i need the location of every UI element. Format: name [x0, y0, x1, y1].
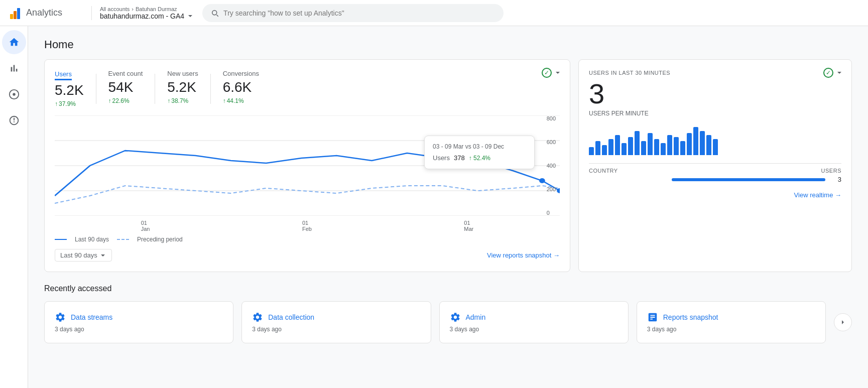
metric-new-users-label: New users [167, 70, 198, 77]
recent-card-time-admin: 3 days ago [450, 326, 618, 333]
x-axis-labels: 01Jan 01Feb 01Mar [55, 220, 560, 232]
metric-new-users-change: ↑ 38.7% [167, 97, 198, 104]
sidebar [0, 26, 28, 388]
metric-conversions-label: Conversions [223, 70, 259, 77]
logo-area: Analytics [8, 6, 83, 20]
rt-minute-bar [706, 135, 711, 155]
sidebar-item-advertising[interactable] [2, 108, 26, 133]
realtime-footer: View realtime → [589, 191, 841, 199]
recent-card-time-collection: 3 days ago [252, 326, 420, 333]
recent-card-time-streams: 3 days ago [55, 326, 223, 333]
realtime-count: 3 [589, 80, 841, 108]
rt-minute-bar [595, 141, 600, 155]
legend-solid-label: Last 90 days [75, 236, 109, 243]
rt-minute-bar [589, 147, 594, 155]
metric-events-change: ↑ 22.6% [108, 97, 143, 104]
chart-area: 8006004002000 [55, 115, 560, 216]
realtime-table-row: 3 [589, 174, 841, 185]
realtime-chevron-icon [835, 69, 843, 77]
rt-minute-bar [608, 139, 613, 155]
chevron-down-icon [554, 69, 562, 77]
recent-card-header-collection: Data collection [252, 312, 420, 323]
svg-rect-1 [14, 11, 17, 19]
rt-minute-bar [648, 133, 653, 155]
cards-row: ✓ Users 5.2K ↑ 37.9% Event count 54K ↑ 2… [44, 59, 852, 272]
realtime-title: USERS IN LAST 30 MINUTES [589, 70, 841, 76]
stats-card: ✓ Users 5.2K ↑ 37.9% Event count 54K ↑ 2… [44, 59, 570, 272]
app-title: Analytics [26, 8, 62, 18]
rt-minute-bar [641, 141, 646, 155]
realtime-card: ✓ USERS IN LAST 30 MINUTES 3 USERS PER M… [578, 59, 852, 272]
sidebar-item-home[interactable] [2, 30, 26, 54]
svg-point-4 [13, 93, 16, 96]
view-reports-link[interactable]: View reports snapshot → [487, 251, 560, 259]
tooltip-change: ↑ 52.4% [469, 155, 490, 162]
chart-legend: Last 90 days Preceding period [55, 236, 560, 243]
breadcrumb: All accounts › Batuhan Durmaz [100, 6, 194, 12]
date-range-selector[interactable]: Last 90 days [55, 249, 112, 262]
page-title: Home [44, 38, 852, 51]
realtime-sub: USERS PER MINUTE [589, 110, 841, 117]
rt-minute-bar [687, 133, 692, 155]
rt-header-users: USERS [821, 168, 841, 174]
gear-icon-streams [55, 312, 66, 323]
realtime-check-circle: ✓ [823, 68, 833, 78]
recent-card-title-collection: Data collection [268, 313, 314, 321]
realtime-bar-chart [589, 125, 841, 155]
rt-bar-container [672, 178, 825, 181]
date-range-label: Last 90 days [60, 251, 97, 259]
view-realtime-link[interactable]: View realtime → [794, 191, 841, 199]
recent-card-header-streams: Data streams [55, 312, 223, 323]
sidebar-item-explore[interactable] [2, 82, 26, 106]
stats-status-icon[interactable]: ✓ [542, 68, 562, 78]
legend-solid-line [55, 239, 67, 240]
recent-card-data-collection[interactable]: Data collection 3 days ago [241, 301, 431, 343]
recent-card-reports-snapshot[interactable]: Reports snapshot 3 days ago [637, 301, 826, 343]
tooltip-metric-row: Users 378 ↑ 52.4% [433, 154, 526, 162]
recent-card-title-snapshot: Reports snapshot [663, 313, 718, 321]
rt-minute-bar [713, 139, 718, 155]
metric-events-value: 54K [108, 79, 143, 95]
recently-accessed-cards: Data streams 3 days ago Data collection … [44, 301, 852, 343]
check-circle-icon: ✓ [542, 68, 552, 78]
tooltip-date: 03 - 09 Mar vs 03 - 09 Dec [433, 143, 526, 150]
metric-events-label: Event count [108, 70, 143, 77]
legend-dashed-line [117, 239, 129, 240]
rt-minute-bar [602, 145, 607, 155]
metric-conversions[interactable]: Conversions 6.6K ↑ 44.1% [223, 70, 271, 107]
rt-user-count: 3 [831, 176, 841, 183]
metric-new-users[interactable]: New users 5.2K ↑ 38.7% [167, 70, 210, 107]
metric-conversions-value: 6.6K [223, 79, 259, 95]
tooltip-value: 378 [454, 154, 465, 162]
chevron-right-icon [839, 318, 847, 326]
property-selector[interactable]: batuhandurmaz.com - GA4 [100, 12, 194, 20]
metric-users-change: ↑ 37.9% [55, 100, 84, 107]
recent-card-data-streams[interactable]: Data streams 3 days ago [44, 301, 233, 343]
realtime-status-icon[interactable]: ✓ [823, 68, 843, 78]
recently-accessed-title: Recently accessed [44, 284, 852, 293]
search-bar[interactable] [202, 4, 504, 22]
metric-events[interactable]: Event count 54K ↑ 22.6% [108, 70, 155, 107]
recent-card-title-streams: Data streams [71, 313, 112, 321]
rt-minute-bar [628, 137, 633, 155]
recent-card-header-snapshot: Reports snapshot [647, 312, 815, 323]
svg-point-10 [539, 178, 545, 183]
rt-minute-bar [635, 131, 640, 155]
rt-bar-fill [672, 178, 825, 181]
metric-new-users-value: 5.2K [167, 79, 198, 95]
search-input[interactable] [223, 9, 495, 17]
recent-card-header-admin: Admin [450, 312, 618, 323]
metrics-row: Users 5.2K ↑ 37.9% Event count 54K ↑ 22.… [55, 70, 560, 107]
metric-users-label: Users [55, 70, 72, 80]
recent-cards-nav-arrow[interactable] [834, 313, 852, 331]
rt-minute-bar [700, 131, 705, 155]
recent-card-time-snapshot: 3 days ago [647, 326, 815, 333]
metric-users[interactable]: Users 5.2K ↑ 37.9% [55, 70, 96, 107]
rt-minute-bar [680, 141, 685, 155]
sidebar-item-reports[interactable] [2, 56, 26, 80]
rt-header-country: COUNTRY [589, 168, 618, 174]
search-icon [210, 9, 219, 18]
recent-card-admin[interactable]: Admin 3 days ago [439, 301, 629, 343]
gear-icon-collection [252, 312, 263, 323]
chart-tooltip: 03 - 09 Mar vs 03 - 09 Dec Users 378 ↑ 5… [424, 136, 535, 169]
